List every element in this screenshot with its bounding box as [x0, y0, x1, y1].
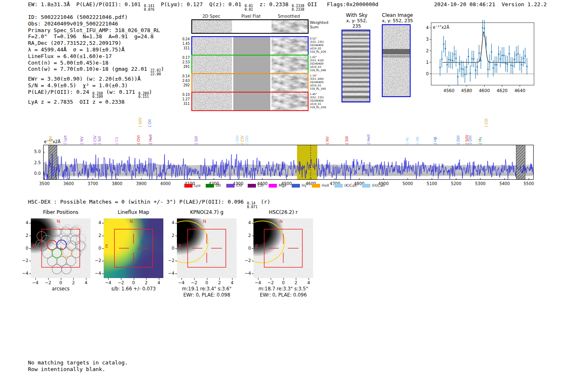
spec2d-cell — [272, 37, 308, 55]
x-tick-mark — [219, 278, 220, 280]
legend-item: CIII — [248, 183, 263, 188]
compass-north: N — [203, 219, 206, 224]
spec2d-cell — [192, 56, 232, 73]
legend-label: MgII — [279, 183, 286, 188]
cutout-overlay-fiber — [31, 218, 91, 278]
x-tick-mark — [146, 278, 146, 280]
x-tick-label: 3700 — [85, 181, 101, 186]
text-segment: S/N = 4.9(±0.5) χ² = 1.0(±0.3) — [28, 82, 128, 88]
spec2d-row-right-labels: 1.14" (553, 409) 20240409 v019_01 318_RL… — [310, 74, 335, 90]
text-segment: ID: 5002221046 (5002221046.pdf) — [28, 14, 128, 20]
emission-line-label: { Hγ — [478, 137, 483, 145]
info-line: ID: 5002221046 (5002221046.pdf) — [28, 14, 164, 21]
legend-swatch — [312, 184, 320, 188]
cutout-y-tick: 0 — [20, 246, 28, 251]
cutout-y-tick: 4 — [20, 220, 28, 225]
cutout-x-tick: −2 — [116, 280, 126, 285]
spec2d-col-header: Pixel Flat — [232, 14, 269, 19]
cutout-x-tick: 0 — [56, 280, 66, 285]
cutout-overlay-hsc — [253, 218, 313, 278]
legend-label: Hγ — [302, 183, 307, 188]
emission-line-label: { OIII — [235, 135, 240, 145]
spec2d-cell — [233, 37, 270, 55]
info-line: LineFlux = 6.40(±1.60)e-17 — [28, 53, 164, 60]
spec2d-cell — [233, 20, 270, 33]
text-segment: ) — [161, 66, 164, 72]
spec2d-row — [191, 55, 309, 74]
text-segment: Obs: 20240409v019_5002221046 — [28, 21, 118, 27]
text-segment: Cont(n) = 5.00(±0.45)e-18 — [28, 60, 109, 66]
legend-item: CIV — [226, 183, 242, 188]
text-segment: (w: 0.171 — [103, 89, 138, 95]
cutout-overlay-kpno — [177, 218, 237, 278]
spectrum-plot — [43, 145, 534, 180]
spec2d-row-left-labels: 0.17 2.53 291 — [181, 56, 190, 69]
svg-text:2: 2 — [426, 48, 429, 53]
y-tick-label: 0.0 — [28, 171, 41, 176]
text-segment: EW: 1.8±31.3Å P(LAE)/P(OII): 0.101 — [28, 1, 144, 7]
cutout-x-tick: 0 — [129, 280, 139, 285]
noise-image — [192, 93, 232, 110]
text-segment: z: 0.2338 — [253, 1, 292, 7]
text-segment: Cont(w) = 7.70(±0.10)e-18 (gmag 22.01 — [28, 66, 150, 72]
emission-line-label: { SiII — [194, 136, 199, 145]
text-segment: Primary Spec_Slot_IFU_AMP: 318_026_078_R… — [28, 27, 160, 33]
noise-image — [272, 37, 308, 55]
x-tick-mark — [181, 278, 182, 280]
x-tick-mark — [194, 278, 195, 280]
x-tick-mark — [258, 278, 258, 280]
cutout-x-tick: 2 — [141, 280, 151, 285]
noise-image — [192, 37, 232, 55]
cutout-y-tick: 2 — [20, 233, 28, 238]
spec2d-row-right-labels: 1.45" (552, 235) 20240409 v019_01 318_RL… — [310, 93, 335, 109]
x-tick-mark — [73, 278, 74, 280]
x-tick-label: 5400 — [496, 181, 513, 186]
detection-info-block: ID: 5002221046 (5002221046.pdf)Obs: 2024… — [28, 14, 164, 105]
svg-text:1: 1 — [426, 60, 429, 65]
spec2d-cell — [233, 74, 270, 92]
info-line: S/N = 4.9(±0.5) χ² = 1.0(±0.3) — [28, 82, 164, 89]
x-tick-mark — [207, 278, 207, 280]
x-tick-mark — [134, 278, 134, 280]
info-line: EWr = 3.30(±0.90) (w: 2.20(±0.56))Å — [28, 76, 164, 82]
emission-line-label: { SiII — [344, 136, 349, 145]
cutout-x-tick: 4 — [154, 280, 164, 285]
cutout-x-tick: 0 — [202, 280, 212, 285]
legend-item: MgII — [269, 183, 286, 188]
line-zoom-chart: 4560458046004620464001234e−17x2Å — [426, 20, 546, 96]
cutout-x-tick: −2 — [189, 280, 199, 285]
cutout-caption: EWr: 0, PLAE: 0.098 — [169, 292, 245, 298]
emission-line-label: { HeII — [148, 135, 153, 145]
cutout-x-tick: 4 — [81, 280, 91, 285]
clean-image-title: Clean Image — [382, 12, 413, 18]
dark-band-2 — [383, 55, 410, 58]
legend-swatch — [292, 184, 300, 188]
elixer-detection-report: EW: 1.8±31.3Å P(LAE)/P(OII): 0.101 0.141… — [0, 0, 576, 392]
cutout-x-tick: 2 — [291, 280, 301, 285]
noise-image — [383, 25, 410, 96]
x-tick-mark — [232, 278, 232, 280]
dark-band — [383, 49, 410, 54]
x-tick-label: 5200 — [448, 181, 465, 186]
with-sky-image — [341, 30, 370, 102]
spec2d-row-right-labels: 0.52" (552, 235) 20240409 v019_02 318_RL… — [310, 37, 335, 53]
spec2d-row-right-labels: 1.02" (553, 418) 20240409 v019_03 318_RL… — [310, 56, 335, 72]
cutout-y-tick: −4 — [20, 271, 28, 276]
cutout-image-kpno: NE — [177, 218, 237, 278]
emission-line-label: { SiII — [48, 136, 53, 145]
spec2d-row — [191, 73, 309, 93]
legend-swatch — [269, 184, 277, 188]
footer-line-2: Row intentionally blank. — [28, 366, 128, 373]
cutout-x-tick: −2 — [266, 280, 276, 285]
cutout-y-tick: 0 — [243, 246, 251, 251]
text-segment: EWr = 3.30(±0.90) (w: 2.20(±0.56))Å — [28, 76, 141, 82]
cutout-image-fiber: NE — [31, 218, 91, 278]
cutout-xlabel: arcsecs — [27, 286, 95, 292]
emission-line-label: { Hβ — [433, 137, 438, 145]
cutout-y-tick: 0 — [93, 246, 101, 251]
cutout-x-tick: −4 — [253, 280, 263, 285]
cutout-y-tick: −4 — [166, 271, 174, 276]
super-sub-values: 0.2680.209 — [93, 92, 103, 99]
legend-label: HeII — [322, 183, 329, 188]
svg-text:0: 0 — [426, 71, 429, 76]
